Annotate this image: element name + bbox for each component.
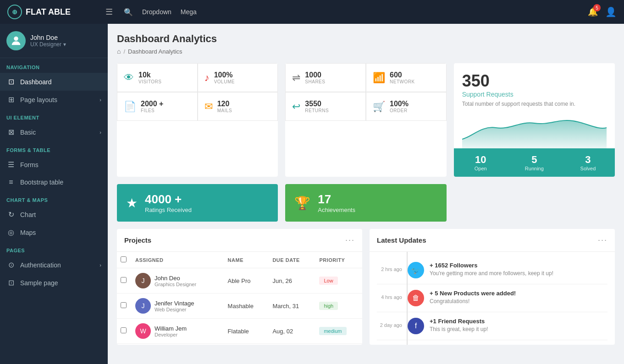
table-row: J Jenifer Vintage Web Designer Mashable …: [117, 293, 362, 319]
stat-cell-order: 🛒 100% ORDER: [366, 92, 447, 121]
due-date: Aug, 02: [269, 319, 315, 344]
order-label: ORDER: [390, 108, 409, 113]
update-item: 4 hrs ago 🗑 + 5 New Products were added!…: [377, 284, 607, 312]
banner-achievements: 🏆 17 Achievements: [285, 184, 446, 222]
row-checkbox[interactable]: [121, 277, 127, 283]
stat-cell-network: 📶 600 NETWORK: [366, 63, 447, 92]
sidebar-item-label: Maps: [20, 229, 36, 236]
timeline-line: [407, 252, 408, 345]
logo-icon: ⊕: [7, 5, 22, 19]
table-user: J John Deo Graphics Designer: [135, 273, 221, 288]
user-role: Developer: [155, 332, 187, 337]
home-icon: ⊡: [6, 77, 16, 86]
returns-label: RETURNS: [305, 108, 329, 113]
sidebar-item-forms[interactable]: ☰ Forms: [0, 156, 108, 174]
files-label: FILES: [141, 108, 163, 113]
returns-value: 3550: [305, 100, 329, 108]
sidebar-profile: John Doe UX Designer ▾: [0, 24, 108, 58]
bottom-grid: Projects ··· ASSIGNED NAME DUE DATE PRIO…: [117, 229, 615, 345]
banner-placeholder: [454, 184, 615, 222]
sidebar-item-maps[interactable]: ◎ Maps: [0, 223, 108, 241]
update-time: 2 hrs ago: [377, 262, 402, 272]
sidebar: John Doe UX Designer ▾ Navigation ⊡ Dash…: [0, 24, 108, 364]
col-assigned: ASSIGNED: [132, 252, 224, 268]
section-label-chart-maps: Chart & Maps: [0, 191, 108, 206]
projects-menu-dots[interactable]: ···: [345, 235, 355, 245]
stat-card-1: 👁 10k VISITORS ♪ 100% VOLUME: [117, 63, 278, 177]
row-checkbox[interactable]: [121, 327, 127, 333]
app-title: FLAT ABLE: [26, 7, 71, 17]
update-item: 2 hrs ago 🐦 + 1652 Followers You're gett…: [377, 256, 607, 284]
table-icon: ≡: [6, 178, 16, 186]
stat-cell-files: 📄 2000 + FILES: [117, 92, 198, 121]
updates-menu-dots[interactable]: ···: [598, 235, 607, 245]
update-content: + 5 New Products were added! Congratulat…: [430, 290, 516, 304]
row-checkbox[interactable]: [121, 302, 127, 308]
sidebar-item-sample-page[interactable]: ⊡ Sample page: [0, 274, 108, 292]
notification-badge: 5: [593, 4, 601, 11]
updates-title: Latest Updates: [377, 236, 426, 244]
sidebar-item-dashboard[interactable]: ⊡ Dashboard: [0, 73, 108, 91]
svg-point-0: [14, 37, 18, 41]
profile-role: UX Designer ▾: [30, 41, 66, 48]
breadcrumb: ⌂ / Dashboard Analytics: [117, 48, 615, 55]
notification-bell[interactable]: 🔔 5: [588, 7, 598, 17]
project-name: Mashable: [224, 293, 269, 319]
chevron-right-icon: ›: [99, 130, 101, 135]
ratings-label: Ratings Received: [145, 206, 192, 213]
stat-cell-volume: ♪ 100% VOLUME: [198, 63, 278, 92]
network-label: NETWORK: [390, 79, 415, 84]
sidebar-item-page-layouts[interactable]: ⊞ Page layouts ›: [0, 91, 108, 109]
achievements-value: 17: [318, 192, 355, 206]
breadcrumb-current: Dashboard Analytics: [128, 48, 182, 55]
priority-badge: medium: [319, 327, 346, 335]
breadcrumb-home-icon[interactable]: ⌂: [117, 48, 121, 55]
support-stats-row: 10 Open 5 Running 3 Solved: [454, 148, 615, 177]
network-icon: 📶: [373, 72, 385, 84]
updates-header: Latest Updates ···: [370, 229, 615, 252]
shares-icon: ⇌: [292, 72, 300, 84]
mega-link[interactable]: Mega: [181, 8, 197, 16]
table-user: J Jenifer Vintage Web Designer: [135, 298, 221, 314]
auth-icon: ⊙: [6, 261, 16, 269]
files-icon: 📄: [124, 101, 136, 113]
update-icon: 🗑: [408, 290, 424, 306]
sidebar-item-label: Authentication: [20, 261, 61, 269]
update-item: 2 day ago f +1 Friend Requests This is g…: [377, 312, 607, 340]
user-icon[interactable]: 👤: [605, 6, 617, 17]
shares-value: 1000: [305, 71, 325, 79]
search-icon[interactable]: 🔍: [124, 8, 133, 16]
stat-cell-returns: ↩ 3550 RETURNS: [285, 92, 366, 121]
sidebar-item-chart[interactable]: ↻ Chart: [0, 206, 108, 223]
user-name: Jenifer Vintage: [155, 300, 194, 307]
trophy-icon: 🏆: [294, 196, 310, 211]
dropdown-link[interactable]: Dropdown: [142, 8, 171, 16]
sidebar-item-bootstrap-table[interactable]: ≡ Bootstrap table: [0, 174, 108, 191]
page-icon: ⊡: [6, 278, 16, 287]
sidebar-item-authentication[interactable]: ⊙ Authentication ›: [0, 256, 108, 274]
support-number: 350: [462, 71, 607, 91]
project-name: Able Pro: [224, 268, 269, 293]
support-title: Support Requests: [462, 91, 607, 98]
sidebar-item-label: Basic: [20, 129, 36, 136]
select-all-checkbox[interactable]: [121, 256, 127, 262]
mails-label: MAILS: [217, 108, 232, 113]
stat-cell-visitors: 👁 10k VISITORS: [117, 63, 198, 92]
projects-title: Projects: [124, 236, 151, 244]
support-desc: Total number of support requests that co…: [462, 101, 607, 107]
section-label-forms-table: Forms & Table: [0, 141, 108, 156]
update-content: +1 Friend Requests This is great, keep i…: [430, 318, 488, 332]
update-time: 2 day ago: [377, 318, 402, 328]
sidebar-item-basic[interactable]: ⊠ Basic ›: [0, 123, 108, 141]
sidebar-item-label: Dashboard: [20, 78, 52, 86]
profile-info: John Doe UX Designer ▾: [30, 34, 66, 48]
user-name: William Jem: [155, 325, 187, 332]
main-content: Dashboard Analytics ⌂ / Dashboard Analyt…: [108, 24, 624, 364]
volume-icon: ♪: [204, 72, 210, 84]
achievements-label: Achievements: [318, 206, 355, 213]
section-label-navigation: Navigation: [0, 58, 108, 73]
project-name: Flatable: [224, 319, 269, 344]
hamburger-icon[interactable]: ☰: [104, 5, 115, 19]
support-stat-solved: 3 Solved: [561, 154, 615, 171]
chevron-right-icon: ›: [99, 262, 101, 268]
